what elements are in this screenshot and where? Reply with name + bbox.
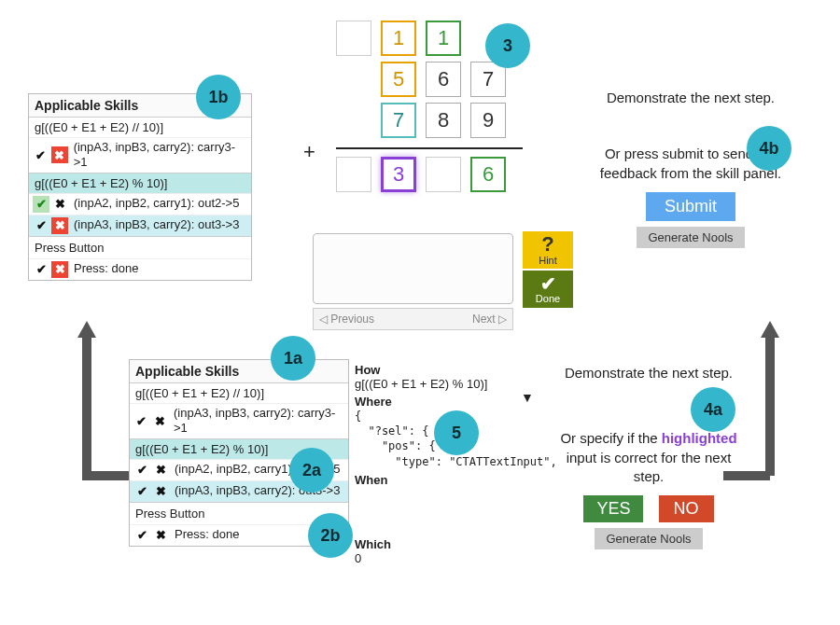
callout-5: 5 (434, 410, 479, 455)
digit-cell: 9 (470, 103, 506, 138)
hint-label: Hint (539, 255, 557, 266)
when-label: When (355, 473, 551, 487)
result-cell-highlighted[interactable]: 3 (381, 157, 416, 192)
skill-row-1[interactable]: ✔ ✖ (inpA3, inpB3, carry2): carry3->1 (29, 137, 251, 173)
carry-cell[interactable]: 1 (426, 21, 461, 56)
generate-nools-button[interactable]: Generate Nools (637, 227, 744, 248)
digit-cell: 7 (381, 103, 416, 138)
x-icon[interactable]: ✖ (51, 217, 68, 234)
how-label: How (355, 363, 551, 377)
callout-3: 3 (485, 23, 530, 68)
next-button[interactable]: Next ▷ (472, 312, 507, 326)
check-icon[interactable]: ✔ (33, 196, 49, 213)
operand-row-2: 7 8 9 (336, 103, 579, 144)
done-label: Done (536, 293, 560, 304)
how-expression: g[((E0 + E1 + E2) % 10)] (355, 377, 551, 391)
check-icon[interactable]: ✔ (133, 527, 150, 544)
demo-text: Demonstrate the next step. (597, 89, 784, 107)
carry-row: 1 1 (336, 21, 579, 62)
hint-done-stack: ? Hint ✔ Done (523, 231, 573, 308)
skill-row-text: Press: done (171, 527, 239, 542)
callout-2b: 2b (308, 513, 353, 558)
callout-4b: 4b (747, 126, 791, 171)
digit-cell: 8 (426, 103, 461, 138)
skill-row-text: Press: done (70, 261, 138, 276)
skill-header-1: g[((E0 + E1 + E2) // 10)] (29, 117, 251, 137)
digit-cell: 6 (426, 62, 461, 97)
x-icon[interactable]: ✖ (152, 462, 169, 479)
highlighted-word: highlighted (662, 430, 737, 446)
callout-1b: 1b (196, 75, 241, 119)
carry-cell[interactable]: 1 (381, 21, 416, 56)
no-button[interactable]: NO (659, 495, 714, 522)
check-icon[interactable]: ✔ (133, 462, 150, 479)
previous-button[interactable]: ◁ Previous (319, 312, 374, 326)
left-arrow-icon (63, 308, 119, 494)
equals-bar (336, 147, 523, 149)
result-cell[interactable] (336, 157, 371, 192)
x-icon[interactable]: ✖ (51, 196, 68, 213)
press-button-label: Press Button (29, 236, 251, 258)
skills-panel-top: Applicable Skills g[((E0 + E1 + E2) // 1… (28, 93, 252, 281)
skill-row-text: (inpA3, inpB3, carry2): out3->3 (70, 217, 239, 232)
question-icon: ? (541, 234, 553, 255)
x-icon[interactable]: ✖ (51, 146, 68, 163)
prev-next-bar: ◁ Previous Next ▷ (313, 308, 513, 330)
skill-row-text: (inpA3, inpB3, carry2): carry3->1 (70, 140, 247, 171)
skills-title: Applicable Skills (130, 360, 348, 382)
addition-problem: 1 1 5 6 7 7 8 9 3 6 (336, 21, 579, 192)
submit-button[interactable]: Submit (646, 192, 735, 221)
instructions-top: Demonstrate the next step. Or press subm… (597, 89, 784, 248)
result-cell[interactable]: 6 (470, 157, 506, 192)
skill-row-text: (inpA3, inpB3, carry2): carry3->1 (170, 406, 344, 437)
x-icon[interactable]: ✖ (152, 412, 169, 429)
skill-row-3[interactable]: ✔ ✖ (inpA3, inpB3, carry2): out3->3 (29, 215, 251, 236)
check-icon[interactable]: ✔ (133, 483, 150, 500)
feedback-textarea[interactable] (313, 233, 513, 304)
operand-row-1: 5 6 7 (336, 62, 579, 103)
skill-row-1[interactable]: ✔ ✖ (inpA3, inpB3, carry2): carry3->1 (130, 403, 348, 438)
right-arrow-icon (747, 308, 803, 494)
hint-button[interactable]: ? Hint (523, 231, 573, 269)
skill-header-1: g[((E0 + E1 + E2) // 10)] (130, 382, 348, 403)
specify-text: Or specify if the highlighted input is c… (555, 429, 742, 486)
carry-cell[interactable] (336, 21, 371, 56)
check-icon: ✔ (540, 274, 556, 293)
generate-nools-button[interactable]: Generate Nools (595, 528, 702, 549)
chevron-down-icon[interactable]: ▼ (521, 390, 534, 405)
x-icon[interactable]: ✖ (51, 261, 68, 278)
callout-2a: 2a (289, 448, 334, 493)
skill-row-text: (inpA2, inpB2, carry1): out2->5 (70, 196, 239, 211)
check-icon[interactable]: ✔ (33, 146, 49, 163)
skill-row-4[interactable]: ✔ ✖ Press: done (29, 258, 251, 280)
callout-1a: 1a (271, 336, 315, 381)
callout-4a: 4a (691, 387, 735, 432)
result-cell[interactable] (426, 157, 461, 192)
which-label: Which (355, 537, 551, 551)
x-icon[interactable]: ✖ (152, 527, 169, 544)
yes-button[interactable]: YES (583, 495, 643, 522)
skill-header-2: g[((E0 + E1 + E2) % 10)] (29, 173, 251, 193)
x-icon[interactable]: ✖ (152, 483, 169, 500)
check-icon[interactable]: ✔ (133, 412, 150, 429)
demo-text: Demonstrate the next step. (555, 364, 742, 382)
check-icon[interactable]: ✔ (33, 217, 49, 234)
done-button[interactable]: ✔ Done (523, 271, 573, 308)
skill-row-2[interactable]: ✔ ✖ (inpA2, inpB2, carry1): out2->5 (29, 193, 251, 215)
check-icon[interactable]: ✔ (33, 261, 49, 278)
digit-cell: 5 (381, 62, 416, 97)
result-row: 3 6 (336, 157, 579, 192)
plus-sign: + (303, 140, 315, 164)
which-value: 0 (355, 551, 551, 565)
